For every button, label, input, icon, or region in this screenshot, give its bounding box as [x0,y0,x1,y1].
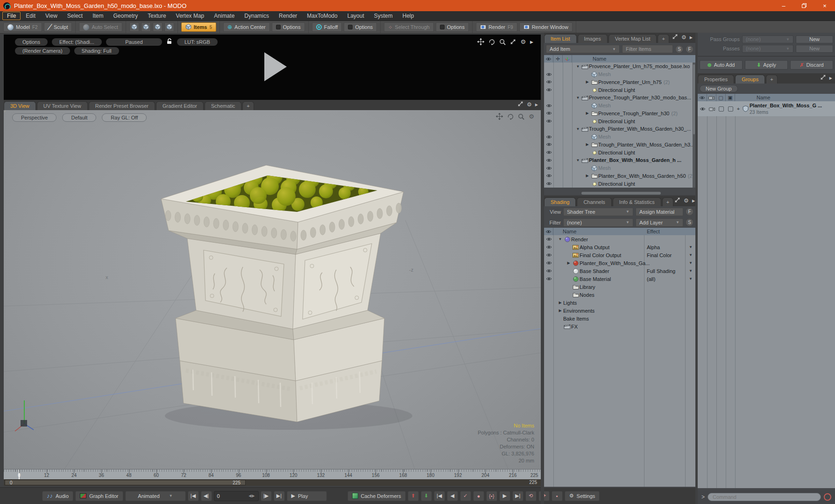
effect-dropdown-icon[interactable]: ▼ [689,277,693,281]
edges-mode-button[interactable] [141,22,151,32]
twirl-down-icon[interactable]: ▼ [557,237,563,241]
tab-gradient-editor[interactable]: Gradient Editor [156,101,204,110]
visibility-eye-icon[interactable] [544,72,553,77]
menu-geometry[interactable]: Geometry [109,12,143,20]
timeline-range-bar[interactable]: 0225 225 [4,479,541,486]
item-row[interactable]: ▶Provence_Trough_Planter_h30(2) [544,110,695,118]
shader-row[interactable]: Base ShaderFull Shading▼ [544,267,695,275]
tab-add[interactable]: + [766,75,777,84]
graph-editor-button[interactable]: Graph Editor [75,491,123,501]
visibility-eye-icon[interactable] [544,135,553,139]
tab-schematic[interactable]: Schematic [205,101,241,110]
lock-checkbox[interactable] [719,106,724,112]
preview-camera-button[interactable]: (Render Camera) [15,47,70,55]
twirl-right-icon[interactable]: ▶ [584,111,590,115]
twirl-down-icon[interactable]: ▼ [575,64,581,69]
cache-down-button[interactable]: ⬇ [421,491,432,501]
item-row[interactable]: Mesh [544,164,695,172]
effect-dropdown-icon[interactable]: ▼ [689,245,693,249]
visibility-eye-icon[interactable] [544,269,553,273]
tab-images[interactable]: Images [578,34,608,43]
auto-select-button[interactable]: Auto Select [79,22,122,32]
gear-icon[interactable]: ⚙ [681,34,686,41]
discard-button[interactable]: ✗ Discard [790,60,833,70]
menu-view[interactable]: View [41,12,62,20]
items-cube-button[interactable] [164,22,174,32]
preview-effect-button[interactable]: Effect: (Shadi... [52,38,102,46]
twirl-right-icon[interactable]: ▶ [584,142,590,147]
tab-uv-texture-view[interactable]: UV Texture View [37,101,88,110]
prev-key-button[interactable]: ◀ [447,491,458,501]
group-row[interactable]: + Planter_Box_With_Moss_G ... 23 Items [698,101,835,116]
item-row[interactable]: Mesh [544,133,695,141]
visibility-eye-icon[interactable] [544,237,553,241]
expand-icon[interactable] [517,100,524,109]
items-mode-button[interactable]: Items5 [181,22,216,32]
tab-vertex-map-list[interactable]: Vertex Map List [609,34,657,43]
render-window-button[interactable]: Render Window [519,22,573,32]
item-row[interactable]: ▶Planter_Box_With_Moss_Garden_h50(2) [544,172,695,180]
twirl-down-icon[interactable]: ▼ [575,158,581,162]
menu-maxtomodo[interactable]: MaxToModo [302,12,342,20]
item-row[interactable]: ▼Provence_Planter_Urn_h75_modo_base.lxo [544,63,695,70]
shader-row[interactable]: Nodes [544,291,695,299]
tab-properties[interactable]: Properties [698,75,734,84]
falloff-button[interactable]: Falloff [312,22,342,32]
raygl-button[interactable]: Ray GL: Off [102,113,147,122]
shading-mode-button[interactable]: Default [62,113,96,122]
filter-button[interactable]: F [686,45,693,53]
effect-dropdown-icon[interactable]: ▼ [689,261,693,265]
menu-vertex-map[interactable]: Vertex Map [171,12,209,20]
item-row[interactable]: Mesh [544,102,695,110]
3d-viewport[interactable]: Perspective Default Ray GL: Off ⚙ x -z N… [4,110,541,469]
more-arrow-icon[interactable]: ▶ [829,76,832,80]
twirl-right-icon[interactable]: ▶ [584,174,590,178]
item-row[interactable]: Directional Light [544,148,695,156]
shader-row[interactable]: ▶Planter_Box_With_Moss_Ga...▼ [544,259,695,267]
shader-row[interactable]: Bake Items [544,315,695,322]
item-row[interactable]: ▼Provence_Trough_Planter_h30_modo_bas... [544,94,695,102]
effect-value[interactable]: Full Shading [647,268,675,274]
tab-render-preset-browser[interactable]: Render Preset Browser [89,101,155,110]
gear-icon[interactable]: ⚙ [684,197,689,204]
tab-shading[interactable]: Shading [544,197,576,206]
render-preview-pane[interactable]: Options Effect: (Shadi... Paused LUT: sR… [4,35,541,100]
orbit-icon[interactable] [488,39,495,45]
menu-item[interactable]: Item [88,12,108,20]
more-arrow-icon[interactable]: ▶ [535,103,538,107]
go-to-end-button[interactable]: ▶| [274,491,285,501]
tab-3d-view[interactable]: 3D View [4,101,36,110]
twirl-down-icon[interactable]: ▼ [575,127,581,131]
menu-select[interactable]: Select [63,12,87,20]
record-button[interactable]: ● [473,491,484,501]
visibility-eye-icon[interactable] [544,261,553,265]
view-dropdown[interactable]: Shader Tree▼ [563,208,633,216]
prev-keyframe-button[interactable]: |◀ [434,491,445,501]
add-item-dropdown[interactable]: Add Item▼ [546,45,620,53]
item-row[interactable]: Directional Light [544,117,695,125]
new-pass-group-button[interactable]: New [796,35,833,43]
zoom-icon[interactable] [518,113,524,120]
effect-dropdown-icon[interactable]: ▼ [689,269,693,273]
new-pass-button[interactable]: New [796,45,833,53]
assign-material-button[interactable]: Assign Material [636,208,683,216]
select-through-options-button[interactable]: Options [436,22,469,32]
tab-add[interactable]: + [658,34,669,43]
visibility-eye-icon[interactable] [544,111,553,115]
effect-value[interactable]: Final Color [647,252,672,258]
next-keyframe-button[interactable]: ▶| [512,491,524,501]
gear-icon[interactable]: ⚙ [527,101,532,108]
visibility-eye-icon[interactable] [544,119,553,123]
expand-icon[interactable] [674,196,680,205]
visibility-eye-icon[interactable] [544,166,553,170]
visibility-eye-icon[interactable] [544,277,553,281]
twirl-right-icon[interactable]: ▶ [557,308,563,313]
tab-info-statistics[interactable]: Info & Statistics [613,197,661,206]
scope-button[interactable]: S [675,45,683,53]
shader-row[interactable]: ▶Lights [544,299,695,307]
unlock-icon[interactable] [166,38,173,46]
shader-row[interactable]: FX [544,322,695,330]
anim-mode-dropdown[interactable]: Animated▼ [125,491,186,501]
move-icon[interactable] [496,113,503,120]
expand-icon[interactable] [672,33,678,42]
